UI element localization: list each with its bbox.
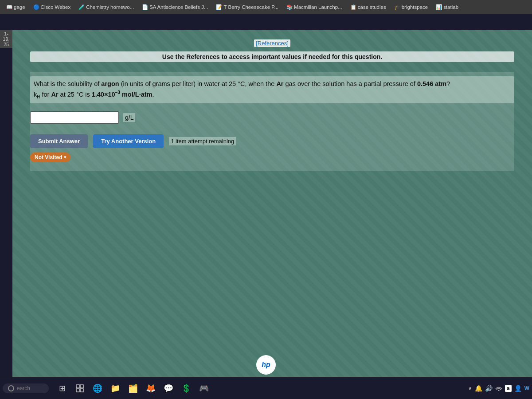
bookmark-macmillan-label: Macmillan Launchp...	[294, 4, 342, 10]
taskbar-search-area	[3, 383, 49, 393]
references-link[interactable]: [References]	[254, 39, 290, 47]
bookmark-cisco-label: Cisco Webex	[41, 4, 71, 10]
svg-rect-0	[76, 385, 79, 388]
casestudies-icon: 📋	[350, 4, 356, 10]
tray-windows-w-icon[interactable]: W	[524, 385, 529, 391]
answer-row: g/L	[30, 111, 514, 124]
gage-icon: 📖	[6, 4, 12, 10]
tray-letter-a-icon[interactable]: a	[505, 385, 512, 392]
tray-network-icon[interactable]	[495, 384, 502, 392]
instructions-text: Use the References to access important v…	[30, 51, 514, 62]
taskbar: ⊞ 🌐 📁 🗂️ 🦊 💬 💲 🎮 ∧ 🔔 🔊 a 👤 W	[0, 377, 532, 399]
taskbar-multitask-icon[interactable]	[72, 380, 88, 396]
submit-answer-button[interactable]: Submit Answer	[30, 134, 88, 148]
statlab-icon: 📊	[436, 4, 442, 10]
bookmark-berry-label: T Berry Cheesecake P...	[223, 4, 278, 10]
attempt-remaining-text: 1 item attempt remaining	[169, 137, 236, 145]
bookmark-statlab-label: statlab	[443, 4, 458, 10]
bookmark-bar: 📖 gage 🔵 Cisco Webex 🧪 Chemistry homewo.…	[0, 0, 532, 14]
try-another-version-button[interactable]: Try Another Version	[93, 134, 164, 148]
page-number: 1-19, 25	[0, 30, 12, 48]
bookmark-casestudies-label: case studies	[358, 4, 386, 10]
answer-input[interactable]	[30, 111, 119, 124]
svg-rect-2	[76, 389, 79, 392]
brightspace-icon: 🎓	[394, 4, 400, 10]
not-visited-label: Not Visited	[35, 154, 62, 160]
bookmark-antiscience-label: SA Antiscience Beliefs J...	[149, 4, 208, 10]
taskbar-windows-button[interactable]: ⊞	[54, 380, 70, 396]
bookmark-statlab[interactable]: 📊 statlab	[433, 3, 461, 11]
hp-label: hp	[262, 361, 270, 369]
bookmark-cisco[interactable]: 🔵 Cisco Webex	[31, 3, 74, 11]
taskbar-search-input[interactable]	[17, 385, 43, 391]
cisco-icon: 🔵	[33, 4, 39, 10]
unit-label: g/L	[123, 113, 135, 122]
svg-point-4	[498, 390, 499, 391]
bookmark-gage-label: gage	[14, 4, 25, 10]
berry-icon: 📝	[216, 4, 222, 10]
taskbar-app3-icon[interactable]: 💲	[178, 380, 194, 396]
chemistry-icon: 🧪	[78, 4, 85, 10]
question-text: What is the solubility of argon (in unit…	[30, 76, 514, 103]
svg-rect-1	[80, 385, 83, 388]
question-block: What is the solubility of argon (in unit…	[30, 72, 514, 171]
macmillan-icon: 📚	[286, 4, 293, 10]
bookmark-brightspace[interactable]: 🎓 brightspace	[391, 3, 430, 11]
taskbar-folder-icon[interactable]: 📁	[107, 380, 123, 396]
taskbar-browser-icon[interactable]: 🌐	[90, 380, 106, 396]
taskbar-app1-icon[interactable]: 🦊	[143, 380, 159, 396]
tray-notification-icon[interactable]: 🔔	[475, 385, 482, 392]
taskbar-app4-icon[interactable]: 🎮	[196, 380, 212, 396]
bookmark-gage[interactable]: 📖 gage	[4, 3, 28, 11]
system-tray: ∧ 🔔 🔊 a 👤 W	[468, 384, 529, 392]
not-visited-badge[interactable]: Not Visited ▾	[30, 153, 70, 162]
tray-speaker-icon[interactable]: 🔊	[485, 385, 493, 392]
chevron-down-icon: ▾	[64, 155, 66, 160]
taskbar-app2-icon[interactable]: 💬	[160, 380, 176, 396]
tray-chevron-icon[interactable]: ∧	[468, 385, 472, 391]
bookmark-macmillan[interactable]: 📚 Macmillan Launchp...	[284, 3, 345, 11]
bookmark-berry[interactable]: 📝 T Berry Cheesecake P...	[213, 3, 281, 11]
references-section: [References]	[30, 39, 514, 47]
main-content: [References] Use the References to acces…	[12, 30, 532, 377]
svg-rect-3	[80, 389, 83, 392]
bookmark-antiscience[interactable]: 📄 SA Antiscience Beliefs J...	[139, 3, 211, 11]
tray-user-icon[interactable]: 👤	[514, 385, 522, 392]
button-row: Submit Answer Try Another Version 1 item…	[30, 134, 514, 148]
bookmark-brightspace-label: brightspace	[402, 4, 428, 10]
bookmark-casestudies[interactable]: 📋 case studies	[348, 3, 389, 11]
search-icon	[8, 385, 14, 391]
antiscience-icon: 📄	[142, 4, 148, 10]
bookmark-chemistry-label: Chemistry homewo...	[86, 4, 134, 10]
bookmark-chemistry[interactable]: 🧪 Chemistry homewo...	[76, 3, 137, 11]
taskbar-files-icon[interactable]: 🗂️	[125, 380, 141, 396]
hp-logo: hp	[256, 355, 276, 375]
